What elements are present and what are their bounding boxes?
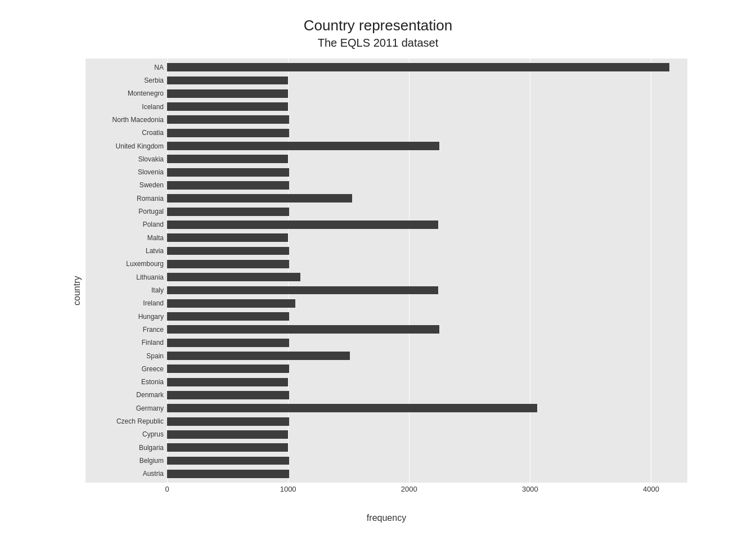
- bar-row: [167, 362, 687, 375]
- bar: [167, 404, 537, 412]
- bar: [167, 443, 288, 452]
- bar: [167, 417, 289, 426]
- bar-row: [167, 402, 687, 415]
- y-label: Denmark: [86, 389, 164, 402]
- y-label: Estonia: [86, 376, 164, 389]
- y-label: Slovenia: [86, 166, 164, 179]
- y-label: France: [86, 323, 164, 336]
- x-bottom: 01000200030004000 frequency: [86, 483, 687, 523]
- bar: [167, 89, 288, 98]
- bar-row: [167, 74, 687, 87]
- x-label: 1000: [280, 485, 296, 493]
- y-label: Lithuania: [86, 271, 164, 284]
- bar-row: [167, 244, 687, 257]
- bar-row: [167, 415, 687, 428]
- plot-inner: NASerbiaMontenegroIcelandNorth Macedonia…: [86, 58, 687, 483]
- x-label: 4000: [643, 485, 659, 493]
- bar: [167, 247, 289, 255]
- bar-row: [167, 258, 687, 271]
- x-label: 0: [165, 485, 169, 493]
- bar: [167, 325, 439, 334]
- bar-row: [167, 192, 687, 205]
- bar-row: [167, 231, 687, 244]
- x-labels-spacer: [86, 483, 167, 511]
- bar: [167, 312, 289, 321]
- y-label: Croatia: [86, 127, 164, 140]
- bar-row: [167, 323, 687, 336]
- bar: [167, 286, 438, 295]
- y-label: Finland: [86, 336, 164, 349]
- bar-row: [167, 310, 687, 323]
- y-label: Italy: [86, 284, 164, 296]
- bar: [167, 391, 289, 399]
- bar-row: [167, 467, 687, 480]
- y-labels: NASerbiaMontenegroIcelandNorth Macedonia…: [86, 58, 167, 483]
- y-label: Ireland: [86, 297, 164, 310]
- bar: [167, 142, 439, 150]
- y-label: Montenegro: [86, 87, 164, 100]
- y-label: Luxembourg: [86, 258, 164, 271]
- y-label: Sweden: [86, 179, 164, 192]
- bar: [167, 76, 288, 85]
- bars-column: [167, 58, 687, 483]
- x-label: 3000: [522, 485, 538, 493]
- bars-grid: [167, 58, 687, 483]
- bar: [167, 273, 300, 281]
- bar: [167, 299, 295, 308]
- bar-row: [167, 179, 687, 192]
- bar: [167, 63, 669, 71]
- bar-row: [167, 61, 687, 74]
- y-label: Poland: [86, 218, 164, 231]
- bar: [167, 181, 289, 190]
- chart-area: country NASerbiaMontenegroIcelandNorth M…: [69, 58, 687, 523]
- bar: [167, 470, 289, 478]
- bar: [167, 260, 289, 268]
- bar-row: [167, 113, 687, 126]
- chart-subtitle: The EQLS 2011 dataset: [318, 37, 439, 50]
- y-label: Cyprus: [86, 428, 164, 441]
- y-label: Spain: [86, 349, 164, 362]
- bar: [167, 129, 289, 137]
- bar-row: [167, 349, 687, 362]
- bar-row: [167, 271, 687, 284]
- bar: [167, 378, 288, 386]
- y-label: Austria: [86, 467, 164, 480]
- bar: [167, 168, 289, 177]
- y-axis-label: country: [69, 58, 86, 523]
- y-label: Romania: [86, 192, 164, 205]
- bar-row: [167, 127, 687, 140]
- y-label: Czech Republic: [86, 415, 164, 428]
- bar-row: [167, 100, 687, 113]
- chart-container: Country representation The EQLS 2011 dat…: [69, 17, 687, 523]
- y-label: Iceland: [86, 100, 164, 113]
- bar: [167, 233, 288, 242]
- y-label: NA: [86, 61, 164, 74]
- bar-row: [167, 140, 687, 152]
- y-label: Belgium: [86, 454, 164, 467]
- y-label: Bulgaria: [86, 441, 164, 454]
- bar: [167, 352, 350, 360]
- y-label: Latvia: [86, 244, 164, 257]
- bar-row: [167, 297, 687, 310]
- bar: [167, 339, 289, 347]
- bar-row: [167, 376, 687, 389]
- plot-area: NASerbiaMontenegroIcelandNorth Macedonia…: [86, 58, 687, 523]
- y-label: United Kingdom: [86, 140, 164, 152]
- bar-row: [167, 428, 687, 441]
- bar-row: [167, 205, 687, 218]
- bar-row: [167, 284, 687, 296]
- bar-row: [167, 218, 687, 231]
- bar: [167, 430, 288, 439]
- x-axis-area: 01000200030004000: [86, 483, 687, 511]
- bar: [167, 194, 352, 202]
- bar-row: [167, 166, 687, 179]
- bar-row: [167, 336, 687, 349]
- bar: [167, 155, 288, 163]
- bar: [167, 102, 288, 111]
- bar-row: [167, 441, 687, 454]
- x-labels: 01000200030004000: [167, 485, 687, 502]
- bar-row: [167, 454, 687, 467]
- x-label: 2000: [401, 485, 417, 493]
- bar: [167, 457, 289, 465]
- chart-title: Country representation: [304, 17, 452, 34]
